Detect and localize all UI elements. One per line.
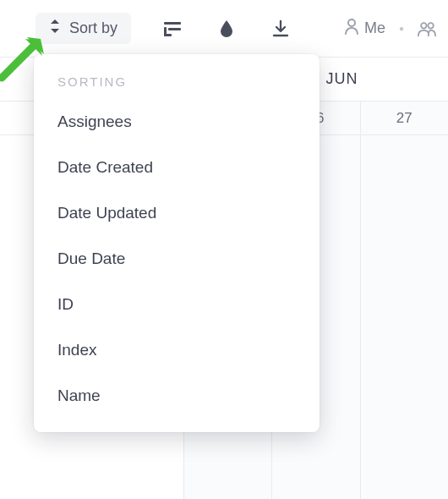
svg-point-7 [428, 23, 433, 28]
sort-option-id[interactable]: ID [34, 282, 320, 327]
sort-icon [49, 19, 61, 37]
me-label: Me [364, 19, 385, 37]
separator-dot: ● [399, 24, 404, 33]
sort-option-date-updated[interactable]: Date Updated [34, 190, 320, 236]
sort-option-name[interactable]: Name [34, 373, 320, 419]
toolbar: Sort by Me ● [0, 0, 448, 58]
svg-rect-3 [164, 34, 172, 36]
people-icon[interactable] [418, 19, 436, 38]
download-icon[interactable] [271, 19, 290, 38]
sort-option-index[interactable]: Index [34, 327, 320, 373]
group-icon[interactable] [163, 19, 182, 38]
drop-icon[interactable] [217, 19, 236, 38]
body-day-col [361, 135, 448, 499]
dropdown-title: SORTING [34, 74, 320, 99]
sort-by-label: Sort by [69, 19, 117, 37]
svg-rect-1 [168, 28, 181, 30]
svg-rect-0 [164, 22, 181, 25]
sort-option-assignees[interactable]: Assignees [34, 99, 320, 145]
sort-dropdown: SORTING Assignees Date Created Date Upda… [34, 54, 320, 432]
me-filter-button[interactable]: Me [344, 18, 385, 39]
sort-by-button[interactable]: Sort by [36, 13, 131, 44]
person-icon [344, 18, 359, 39]
sort-option-date-created[interactable]: Date Created [34, 145, 320, 190]
day-cell[interactable]: 27 [361, 101, 448, 134]
svg-point-5 [348, 19, 355, 26]
sort-option-due-date[interactable]: Due Date [34, 236, 320, 282]
svg-point-6 [421, 23, 426, 28]
